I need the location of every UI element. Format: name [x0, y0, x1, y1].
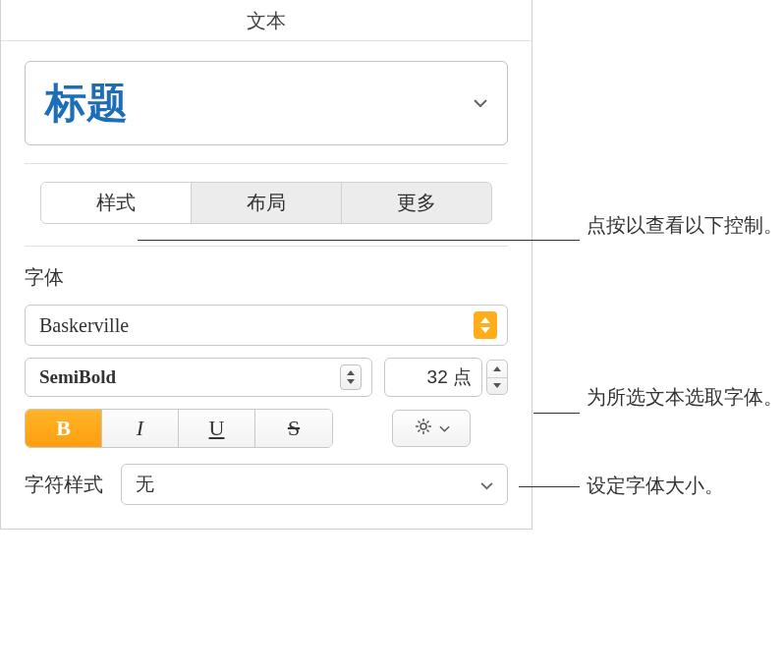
tabs-segmented-control: 样式 布局 更多 — [40, 182, 492, 224]
tab-more[interactable]: 更多 — [342, 183, 491, 223]
font-size-input[interactable]: 32 点 — [384, 358, 482, 397]
italic-button[interactable]: I — [102, 410, 179, 447]
character-style-dropdown[interactable]: 无 — [121, 464, 508, 505]
svg-line-7 — [418, 430, 420, 432]
callout-line — [519, 486, 580, 487]
dropdown-stepper-icon — [474, 311, 497, 339]
stepper-up[interactable] — [487, 361, 507, 378]
character-style-label: 字符样式 — [25, 472, 103, 498]
format-panel: 文本 标题 样式 布局 更多 字体 Baskerville SemiBold — [0, 0, 532, 530]
svg-line-8 — [426, 421, 428, 423]
character-style-value: 无 — [136, 472, 154, 497]
chevron-down-icon — [480, 474, 493, 495]
callout-font: 为所选文本选取字体。 — [587, 383, 783, 411]
text-format-group: B I U S — [25, 409, 333, 448]
callout-tabs: 点按以查看以下控制。 — [587, 211, 783, 239]
font-weight-value: SemiBold — [39, 366, 116, 388]
callout-line — [533, 413, 580, 414]
chevron-down-icon — [439, 420, 450, 437]
panel-body: 标题 样式 布局 更多 字体 Baskerville SemiBold — [1, 41, 532, 529]
bold-button[interactable]: B — [26, 410, 102, 447]
strikethrough-button[interactable]: S — [255, 410, 332, 447]
paragraph-style-label: 标题 — [45, 76, 128, 131]
font-size-value: 32 点 — [427, 364, 472, 390]
callout-line — [138, 240, 580, 241]
divider — [25, 163, 508, 164]
font-family-dropdown[interactable]: Baskerville — [25, 305, 508, 346]
svg-point-0 — [420, 423, 426, 429]
font-size-stepper[interactable] — [486, 360, 508, 395]
panel-title: 文本 — [1, 0, 532, 41]
stepper-down[interactable] — [487, 378, 507, 395]
svg-line-5 — [418, 421, 420, 423]
svg-line-6 — [426, 430, 428, 432]
font-weight-dropdown[interactable]: SemiBold — [25, 358, 372, 397]
font-size-control: 32 点 — [384, 358, 508, 397]
chevron-down-icon — [474, 98, 487, 108]
underline-button[interactable]: U — [179, 410, 255, 447]
tab-layout[interactable]: 布局 — [192, 183, 342, 223]
advanced-options-button[interactable] — [392, 410, 471, 447]
tab-style[interactable]: 样式 — [41, 183, 192, 223]
font-family-value: Baskerville — [39, 314, 129, 337]
font-section-label: 字体 — [25, 264, 508, 291]
callout-size: 设定字体大小。 — [587, 472, 724, 499]
paragraph-style-dropdown[interactable]: 标题 — [25, 61, 508, 145]
gear-icon — [414, 417, 433, 440]
divider — [25, 246, 508, 247]
dropdown-stepper-icon — [340, 364, 362, 390]
